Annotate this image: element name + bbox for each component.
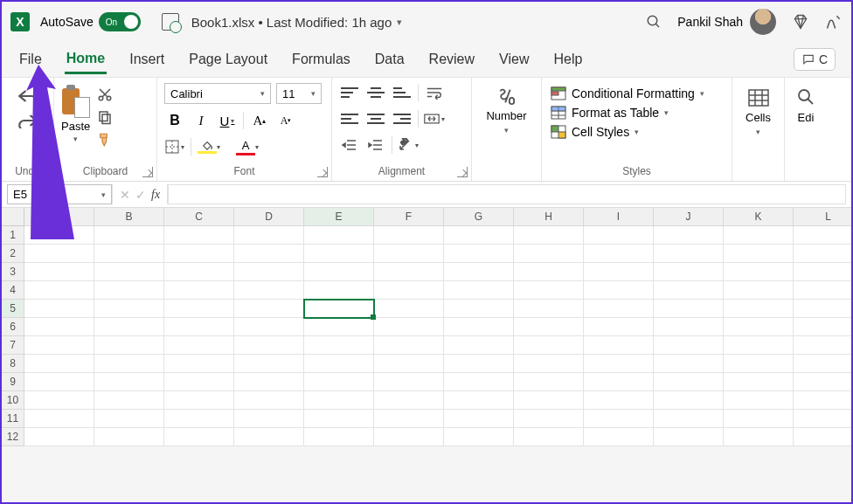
cell[interactable]: [444, 318, 514, 336]
fx-icon[interactable]: fx: [151, 188, 160, 202]
cell[interactable]: [164, 373, 234, 391]
cell[interactable]: [794, 336, 853, 355]
formula-input[interactable]: [168, 184, 846, 204]
align-middle-icon[interactable]: [365, 84, 386, 101]
row-header[interactable]: 10: [2, 391, 24, 410]
undo-icon[interactable]: [17, 88, 39, 104]
cell[interactable]: [514, 355, 584, 373]
align-right-icon[interactable]: [392, 110, 413, 128]
cell[interactable]: [374, 355, 444, 373]
underline-button[interactable]: U▾: [217, 111, 238, 130]
cell[interactable]: [304, 336, 374, 355]
increase-indent-icon[interactable]: [365, 135, 386, 155]
cell[interactable]: [654, 355, 724, 373]
cell[interactable]: [794, 263, 853, 281]
tab-formulas[interactable]: Formulas: [290, 46, 352, 72]
cell[interactable]: [584, 428, 654, 446]
cell[interactable]: [24, 336, 94, 355]
cell[interactable]: [584, 373, 654, 391]
cell[interactable]: [794, 373, 853, 391]
cell-styles-button[interactable]: Cell Styles▾: [551, 125, 704, 139]
cell[interactable]: [654, 263, 724, 281]
select-all-corner[interactable]: [2, 208, 24, 226]
cell[interactable]: [234, 336, 304, 355]
font-color-button[interactable]: A▾: [235, 137, 256, 156]
cell[interactable]: [94, 300, 164, 318]
cell[interactable]: [234, 355, 304, 373]
cell[interactable]: [304, 391, 374, 410]
cell[interactable]: [444, 428, 514, 446]
tab-data[interactable]: Data: [373, 46, 406, 72]
cell[interactable]: [724, 281, 794, 300]
cell[interactable]: [724, 355, 794, 373]
cell[interactable]: [304, 428, 374, 446]
align-bottom-icon[interactable]: [392, 84, 413, 101]
name-box[interactable]: E5▾: [7, 184, 112, 204]
cell[interactable]: [164, 355, 234, 373]
cell[interactable]: [234, 281, 304, 300]
conditional-formatting-button[interactable]: Conditional Formatting▾: [551, 86, 704, 100]
cell[interactable]: [234, 373, 304, 391]
cell[interactable]: [444, 391, 514, 410]
cell[interactable]: [724, 263, 794, 281]
cell[interactable]: [584, 391, 654, 410]
cell[interactable]: [444, 355, 514, 373]
account-button[interactable]: Pankil Shah: [677, 9, 776, 35]
cell[interactable]: [374, 373, 444, 391]
cell[interactable]: [584, 300, 654, 318]
cells-button[interactable]: Cells ▾: [739, 83, 778, 140]
cell[interactable]: [584, 318, 654, 336]
increase-font-icon[interactable]: A▴: [249, 111, 270, 130]
cell[interactable]: [304, 300, 374, 318]
cell[interactable]: [164, 318, 234, 336]
cell[interactable]: [444, 226, 514, 245]
cell[interactable]: [94, 410, 164, 428]
cell[interactable]: [24, 263, 94, 281]
column-header[interactable]: J: [654, 208, 724, 226]
cancel-formula-icon[interactable]: ✕: [120, 188, 130, 202]
cell[interactable]: [374, 428, 444, 446]
row-header[interactable]: 4: [2, 281, 24, 300]
cell[interactable]: [724, 391, 794, 410]
tab-help[interactable]: Help: [551, 46, 584, 72]
cell[interactable]: [514, 318, 584, 336]
wrap-text-icon[interactable]: [424, 83, 445, 102]
row-header[interactable]: 2: [2, 245, 24, 263]
cell[interactable]: [164, 428, 234, 446]
borders-button[interactable]: ▾: [164, 137, 185, 156]
cell[interactable]: [584, 336, 654, 355]
cell[interactable]: [514, 245, 584, 263]
column-header[interactable]: K: [724, 208, 794, 226]
cell[interactable]: [24, 300, 94, 318]
cell[interactable]: [794, 300, 853, 318]
number-format-button[interactable]: Number ▾: [479, 83, 533, 138]
cell[interactable]: [374, 391, 444, 410]
cell[interactable]: [794, 245, 853, 263]
cell[interactable]: [164, 336, 234, 355]
cell[interactable]: [164, 300, 234, 318]
cell[interactable]: [24, 281, 94, 300]
cell[interactable]: [24, 355, 94, 373]
cell[interactable]: [374, 410, 444, 428]
cell[interactable]: [164, 263, 234, 281]
diamond-icon[interactable]: [792, 13, 809, 31]
cell[interactable]: [654, 428, 724, 446]
cell[interactable]: [514, 428, 584, 446]
row-header[interactable]: 6: [2, 318, 24, 336]
cell[interactable]: [164, 281, 234, 300]
cell[interactable]: [94, 281, 164, 300]
cell[interactable]: [794, 281, 853, 300]
cell[interactable]: [514, 336, 584, 355]
cell[interactable]: [304, 373, 374, 391]
row-header[interactable]: 11: [2, 410, 24, 428]
decrease-font-icon[interactable]: A▾: [275, 111, 296, 130]
column-header[interactable]: D: [234, 208, 304, 226]
cell[interactable]: [164, 245, 234, 263]
cell[interactable]: [724, 373, 794, 391]
cell[interactable]: [794, 226, 853, 245]
row-header[interactable]: 1: [2, 226, 24, 245]
font-launcher[interactable]: [317, 167, 328, 177]
cell[interactable]: [724, 318, 794, 336]
cell[interactable]: [514, 300, 584, 318]
cell[interactable]: [374, 318, 444, 336]
